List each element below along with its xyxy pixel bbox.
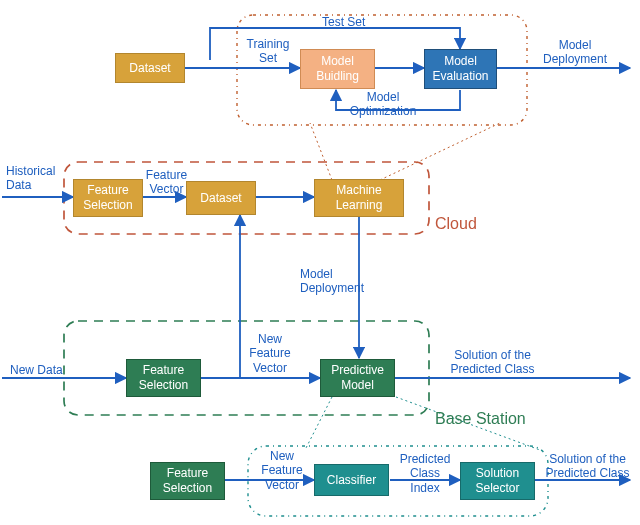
test-set-label: Test Set [322,15,365,29]
model-optimization-label: Model Optimization [343,90,423,119]
solution-out-label-base: Solution of the Predicted Class [445,348,540,377]
training-set-label: Training Set [243,37,293,66]
model-building-box: Model Buidling [300,49,375,89]
solution-selector-box: Solution Selector [460,462,535,500]
new-data-label: New Data [10,363,63,377]
model-evaluation-box: Model Evaluation [424,49,497,89]
cloud-title: Cloud [435,215,477,233]
model-deployment-out-label: Model Deployment [535,38,615,67]
historical-data-label: Historical Data [6,164,61,193]
new-feature-vector-label-base: New Feature Vector [246,332,294,375]
model-deployment-label: Model Deployment [300,267,380,296]
machine-learning-box: Machine Learning [314,179,404,217]
base-station-title: Base Station [435,410,526,428]
new-feature-vector-label-detail: New Feature Vector [258,449,306,492]
solution-out-label-detail: Solution of the Predicted Class [540,452,635,481]
feature-selection-base: Feature Selection [126,359,201,397]
dataset-box-cloud: Dataset [186,181,256,215]
feature-selection-detail: Feature Selection [150,462,225,500]
predictive-model-box: Predictive Model [320,359,395,397]
predicted-index-label: Predicted Class Index [394,452,456,495]
svg-line-0 [310,123,332,180]
feature-selection-cloud: Feature Selection [73,179,143,217]
svg-line-2 [305,397,332,450]
feature-vector-label: Feature Vector [144,168,189,197]
dataset-box-top: Dataset [115,53,185,83]
svg-line-1 [380,123,500,180]
classifier-box: Classifier [314,464,389,496]
